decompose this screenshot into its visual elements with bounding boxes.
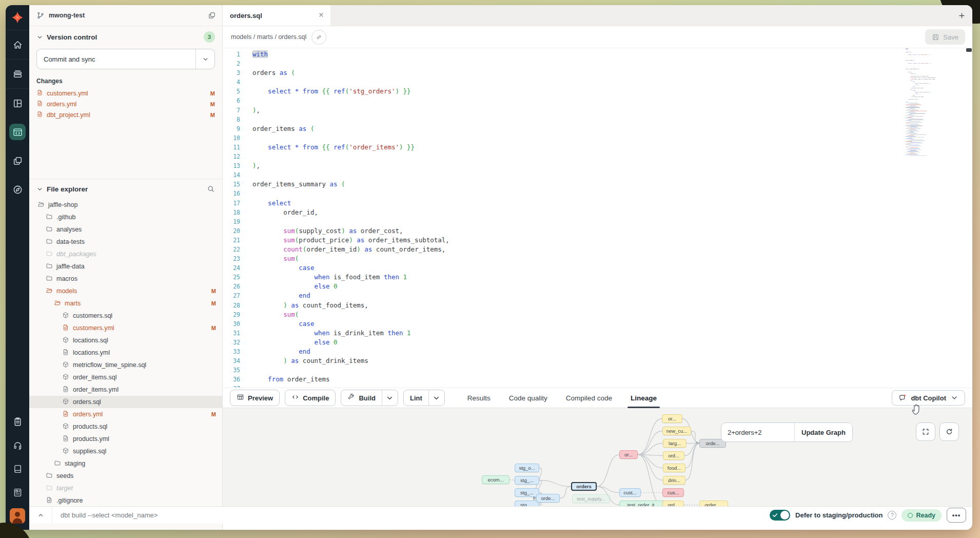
tree-item-jaffle-data[interactable]: jaffle-data (29, 260, 222, 273)
commit-and-sync-button[interactable]: Commit and sync (36, 49, 215, 69)
tree-item-jaffle-shop[interactable]: jaffle-shop (29, 199, 222, 211)
lineage-node-y3[interactable]: larg... (663, 439, 687, 448)
tree-item-marts[interactable]: martsM (29, 297, 222, 310)
command-input[interactable]: dbt build --select <model_name> (61, 511, 158, 519)
code-line: ) as count_food_items, (252, 301, 972, 310)
close-tab-icon[interactable] (318, 11, 324, 20)
lineage-node-stg3[interactable]: stg_... (515, 488, 539, 497)
line-numbers-gutter: 1234567891011121314151617181920212223242… (223, 48, 246, 388)
copy-relation-icon[interactable] (311, 30, 326, 45)
copy-icon[interactable] (208, 11, 216, 20)
lineage-node-stg2[interactable]: stg_... (515, 476, 539, 485)
commit-and-sync-label: Commit and sync (37, 49, 195, 69)
lineage-node-cust[interactable]: cust... (619, 488, 641, 497)
version-control-header[interactable]: Version control 3 (36, 31, 215, 43)
rail-catalog-icon[interactable] (6, 89, 29, 118)
lineage-node-orhub[interactable]: or... (619, 450, 638, 459)
lint-button[interactable]: Lint (403, 390, 445, 406)
tree-item-order-items-sql[interactable]: order_items.sql (29, 371, 222, 383)
rail-home-icon[interactable] (6, 30, 29, 60)
tree-item-locations-sql[interactable]: locations.sql (29, 334, 222, 347)
save-button[interactable]: Save (925, 29, 965, 45)
rail-workspace-icon[interactable] (6, 481, 29, 504)
changed-file[interactable]: customers.ymlM (36, 88, 215, 99)
rail-deploy-icon[interactable] (6, 60, 29, 89)
lineage-selector-input[interactable] (721, 423, 794, 441)
build-options-chevron[interactable] (382, 390, 398, 406)
more-options-button[interactable]: ••• (947, 508, 966, 523)
rail-support-icon[interactable] (6, 433, 29, 457)
tree-item--github[interactable]: .github (29, 211, 222, 223)
code-line (252, 366, 972, 375)
dbt-copilot-button[interactable]: dbt Copilot (892, 390, 965, 406)
fullscreen-button[interactable] (916, 422, 935, 441)
tree-item-seeds[interactable]: seeds (29, 470, 222, 482)
search-icon[interactable] (207, 185, 215, 193)
tree-item-dbt-packages[interactable]: dbt_packages (29, 248, 222, 260)
lineage-panel[interactable]: ecom...stg_o...stg_...stg_...stg_...orde… (223, 408, 972, 513)
tree-item-supplies-sql[interactable]: supplies.sql (29, 445, 222, 457)
lineage-node-y4[interactable]: ord... (663, 451, 684, 460)
compile-button[interactable]: Compile (285, 390, 336, 406)
refresh-button[interactable] (939, 422, 959, 441)
lineage-node-ecom[interactable]: ecom... (482, 475, 509, 484)
defer-toggle[interactable] (770, 510, 790, 521)
tree-item-products-yml[interactable]: products.yml (29, 433, 222, 445)
preview-button[interactable]: Preview (230, 390, 280, 406)
lineage-node-y2[interactable]: new_cu... (662, 427, 691, 435)
lint-options-chevron[interactable] (428, 390, 444, 406)
build-button[interactable]: Build (341, 390, 398, 406)
lineage-node-orders[interactable]: orders (571, 482, 597, 491)
tab-results[interactable]: Results (467, 388, 491, 408)
rail-explore-icon[interactable] (6, 175, 29, 204)
tree-item-target[interactable]: target (29, 482, 222, 494)
tree-item-macros[interactable]: macros (29, 273, 222, 285)
lineage-node-y6[interactable]: drin... (663, 476, 685, 485)
tree-item-orders-yml[interactable]: orders.ymlM (29, 408, 222, 420)
commit-options-chevron[interactable] (195, 49, 214, 69)
ready-status-badge[interactable]: Ready (901, 509, 942, 522)
lineage-node-testsup[interactable]: test_supply... (572, 494, 610, 503)
lineage-node-stg1[interactable]: stg_o... (515, 464, 539, 472)
expand-console-button[interactable] (29, 507, 52, 524)
rail-docs-icon[interactable] (6, 457, 29, 481)
tree-item-analyses[interactable]: analyses (29, 223, 222, 236)
code-editor[interactable]: 1234567891011121314151617181920212223242… (223, 48, 972, 388)
dbt-logo[interactable] (6, 5, 29, 30)
tab-compiled-code[interactable]: Compiled code (566, 388, 612, 408)
tab-code-quality[interactable]: Code quality (509, 388, 547, 408)
lineage-node-cusp[interactable]: cus... (662, 488, 684, 497)
tree-item-models[interactable]: modelsM (29, 285, 222, 297)
new-tab-button[interactable] (951, 5, 972, 26)
rail-tasks-icon[interactable] (6, 410, 29, 433)
tree-item-label: staging (65, 460, 85, 467)
grab-cursor (910, 401, 924, 416)
lineage-node-y1[interactable]: or... (662, 414, 682, 423)
tab-lineage[interactable]: Lineage (631, 388, 657, 408)
tree-item-customers-yml[interactable]: customers.ymlM (29, 322, 222, 334)
tree-item-staging[interactable]: staging (29, 457, 222, 470)
folder-icon (46, 250, 53, 259)
rail-orchestration-icon[interactable] (6, 146, 29, 175)
tree-item-customers-sql[interactable]: customers.sql (29, 310, 222, 322)
rail-ide-icon[interactable] (6, 118, 29, 146)
user-avatar[interactable] (10, 508, 25, 524)
tab-orders-sql[interactable]: orders.sql (223, 5, 330, 26)
changed-file[interactable]: orders.ymlM (36, 99, 215, 109)
file-explorer-header[interactable]: File explorer (29, 179, 222, 199)
help-icon[interactable]: ? (888, 511, 896, 520)
changed-file[interactable]: dbt_project.ymlM (36, 109, 215, 120)
lineage-node-ord2[interactable]: orde... (536, 494, 560, 503)
tree-item-products-sql[interactable]: products.sql (29, 420, 222, 433)
tree-item-order-items-yml[interactable]: order_items.yml (29, 383, 222, 396)
scrollbar-thumb[interactable] (966, 48, 972, 52)
tree-item-orders-sql[interactable]: orders.sql (29, 396, 222, 408)
tree-item--gitignore[interactable]: .gitignore (29, 494, 222, 507)
tree-item-data-tests[interactable]: data-tests (29, 236, 222, 248)
lineage-node-y5[interactable]: food... (663, 464, 685, 472)
doc-icon (62, 386, 69, 394)
update-graph-button[interactable]: Update Graph (794, 423, 852, 441)
tree-item-locations-yml[interactable]: locations.yml (29, 347, 222, 359)
tab-title: orders.sql (230, 12, 314, 20)
tree-item-metricflow-time-spine-sql[interactable]: metricflow_time_spine.sql (29, 359, 222, 371)
